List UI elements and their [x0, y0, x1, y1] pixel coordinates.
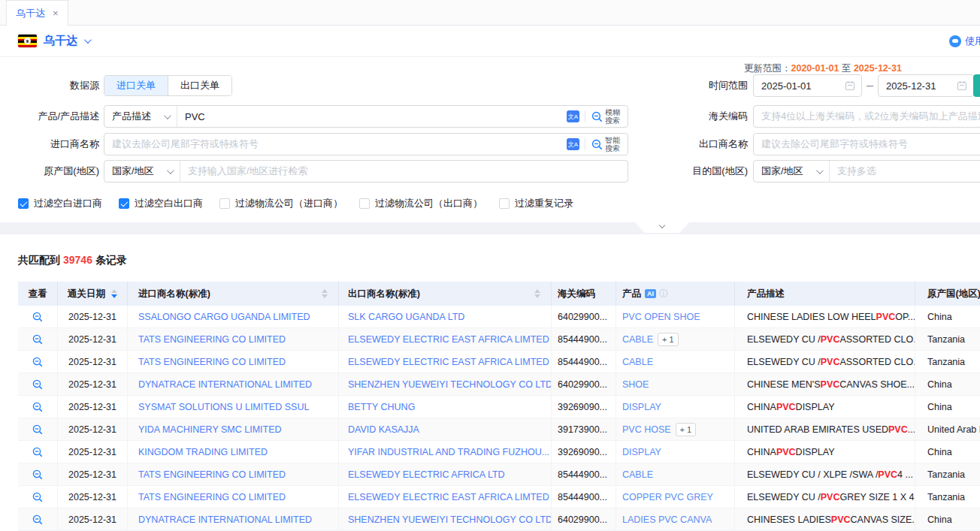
product-link[interactable]: PVC OPEN SHOE	[622, 312, 700, 322]
view-magnifier-icon[interactable]	[32, 491, 44, 503]
view-button-cell[interactable]	[18, 486, 58, 508]
view-button-cell[interactable]	[18, 508, 58, 530]
view-button-cell[interactable]	[18, 373, 58, 395]
checkbox-unchecked-icon[interactable]	[359, 198, 370, 209]
hs-code-input[interactable]: 支持4位以上海关编码，或2位海关编码加上产品描述、企	[754, 110, 980, 123]
importer-link[interactable]: KINGDOM TRADING LIMITED	[138, 447, 268, 457]
importer-input[interactable]: 建议去除公司尾部字符或特殊符号	[104, 137, 561, 151]
exporter-link[interactable]: SHENZHEN YUEWEIYI TECHNOLOGY CO LTD	[348, 379, 552, 390]
dest-country-select[interactable]: 国家/地区	[754, 161, 830, 182]
info-icon[interactable]: ⓘ	[659, 288, 668, 300]
importer-link[interactable]: YIDA MACHINERY SMC LIMITED	[138, 424, 282, 435]
product-link[interactable]: CABLE	[622, 357, 653, 367]
importer-link[interactable]: TATS ENGINEERING CO LIMITED	[138, 469, 286, 480]
end-date-input[interactable]: 2025-12-31	[878, 74, 974, 97]
checkbox-unchecked-icon[interactable]	[219, 198, 230, 209]
fuzzy-search-button[interactable]: 模糊搜索	[591, 108, 622, 125]
checkbox-checked-icon[interactable]	[119, 198, 129, 209]
tab-export-declarations[interactable]: 出口关单	[168, 76, 231, 95]
product-link[interactable]: PVC HOSE	[622, 424, 671, 435]
product-type-select[interactable]: 产品描述	[104, 106, 177, 127]
view-magnifier-icon[interactable]	[32, 424, 44, 436]
col-date[interactable]: 通关日期	[58, 282, 128, 306]
exporter-cell: YIFAR INDUSTRIAL AND TRADING FUZHOU...	[339, 441, 552, 463]
exporter-link[interactable]: BETTY CHUNG	[348, 402, 415, 412]
view-magnifier-icon[interactable]	[32, 469, 44, 481]
sort-icon-date[interactable]	[111, 289, 117, 298]
extra-count-badge[interactable]: + 1	[658, 333, 679, 346]
checkbox-checked-icon[interactable]	[18, 198, 29, 209]
origin-country-select[interactable]: 国家/地区	[104, 161, 180, 182]
origin-cell: Tanzania	[915, 463, 980, 485]
start-date-input[interactable]: 2025-01-01	[753, 74, 862, 97]
exporter-input-box[interactable]: 建议去除公司尾部字符或特殊符号	[753, 133, 980, 155]
importer-link[interactable]: TATS ENGINEERING CO LIMITED	[138, 357, 286, 367]
hs-code-input-box[interactable]: 支持4位以上海关编码，或2位海关编码加上产品描述、企	[753, 105, 980, 128]
product-link[interactable]: CABLE	[622, 469, 653, 480]
smart-search-button[interactable]: 智能搜索	[591, 136, 622, 153]
importer-link[interactable]: DYNATRACE INTERNATIONAL LIMITED	[138, 379, 312, 390]
importer-link[interactable]: TATS ENGINEERING CO LIMITED	[138, 334, 286, 345]
product-link[interactable]: DISPLAY	[622, 402, 661, 412]
filter-checkbox-0[interactable]: 过滤空白进口商	[18, 197, 102, 210]
dest-country-input[interactable]: 支持多选	[830, 164, 980, 178]
filter-checkbox-2[interactable]: 过滤物流公司（进口商）	[219, 197, 343, 210]
importer-cell: TATS ENGINEERING CO LIMITED	[128, 328, 339, 350]
tab-uganda[interactable]: 乌干达 ×	[6, 0, 68, 26]
filter-checkbox-3[interactable]: 过滤物流公司（出口商）	[359, 197, 482, 210]
exporter-link[interactable]: ELSEWEDY ELECTRIC EAST AFRICA LIMTED	[348, 492, 549, 502]
extra-count-badge[interactable]: + 1	[676, 423, 697, 436]
view-button-cell[interactable]	[18, 463, 58, 485]
hs-code-cell: 85444900...	[552, 486, 616, 508]
exporter-link[interactable]: ELSEWEDY ELECTRIC EAST AFRICA LIMTED	[348, 357, 549, 367]
view-magnifier-icon[interactable]	[32, 311, 44, 323]
view-button-cell[interactable]	[18, 396, 58, 418]
usage-guide-link[interactable]: 使用	[949, 26, 980, 57]
exporter-link[interactable]: YIFAR INDUSTRIAL AND TRADING FUZHOU...	[348, 447, 549, 457]
sort-icon-importer[interactable]	[322, 289, 328, 298]
translate-icon[interactable]: 文A	[567, 110, 579, 122]
product-link[interactable]: DISPLAY	[622, 447, 661, 457]
view-button-cell[interactable]	[18, 418, 58, 440]
exporter-link[interactable]: SHENZHEN YUEWEIYI TECHNOLOGY CO LTD	[348, 514, 552, 525]
view-button-cell[interactable]	[18, 306, 58, 327]
search-button-partial[interactable]	[973, 74, 980, 97]
col-importer[interactable]: 进口商名称(标准)	[128, 282, 339, 306]
sort-icon-exporter[interactable]	[534, 289, 540, 298]
collapse-panel-button[interactable]	[635, 222, 689, 233]
importer-link[interactable]: DYNATRACE INTERNATIONAL LIMITED	[138, 514, 312, 525]
view-magnifier-icon[interactable]	[32, 379, 44, 391]
product-input[interactable]: PVC	[177, 111, 561, 122]
view-button-cell[interactable]	[18, 441, 58, 463]
product-link[interactable]: SHOE	[622, 379, 649, 390]
tab-import-declarations[interactable]: 进口关单	[104, 76, 168, 95]
view-magnifier-icon[interactable]	[32, 514, 44, 526]
view-magnifier-icon[interactable]	[32, 401, 44, 413]
exporter-link[interactable]: ELSEWEDY ELECTRIC EAST AFRICA LIMTED	[348, 334, 549, 345]
view-magnifier-icon[interactable]	[32, 446, 44, 458]
filter-checkbox-4[interactable]: 过滤重复记录	[499, 197, 573, 210]
view-magnifier-icon[interactable]	[32, 333, 44, 345]
importer-link[interactable]: SYSMAT SOLUTIONS U LIMITED SSUL	[138, 402, 309, 412]
view-magnifier-icon[interactable]	[32, 356, 44, 368]
product-link[interactable]: CABLE	[622, 334, 653, 345]
checkbox-unchecked-icon[interactable]	[499, 198, 510, 209]
translate-icon[interactable]: 文A	[567, 138, 579, 150]
exporter-link[interactable]: ELSEWEDY ELECTRIC AFRICA LTD	[348, 469, 505, 480]
importer-link[interactable]: TATS ENGINEERING CO LIMITED	[138, 492, 286, 502]
exporter-link[interactable]: SLK CARGO UGANDA LTD	[348, 312, 464, 322]
col-exporter[interactable]: 出口商名称(标准)	[339, 282, 552, 306]
view-button-cell[interactable]	[18, 351, 58, 373]
product-link[interactable]: LADIES PVC CANVA	[622, 514, 712, 525]
product-link[interactable]: COPPER PVC GREY	[622, 492, 713, 502]
calendar-icon	[957, 80, 967, 91]
chevron-down-icon[interactable]	[84, 36, 92, 44]
tab-close-icon[interactable]: ×	[53, 8, 59, 19]
exporter-link[interactable]: DAVID KASAJJA	[348, 424, 419, 435]
view-button-cell[interactable]	[18, 328, 58, 350]
importer-link[interactable]: SSALONGO CARGO UGANDA LIMITED	[138, 312, 310, 322]
origin-country-input[interactable]: 支持输入国家/地区进行检索	[180, 164, 628, 178]
data-source-row: 数据源 进口关单 出口关单	[0, 74, 232, 97]
filter-checkbox-1[interactable]: 过滤空白出口商	[119, 197, 203, 210]
exporter-input[interactable]: 建议去除公司尾部字符或特殊符号	[754, 137, 980, 151]
